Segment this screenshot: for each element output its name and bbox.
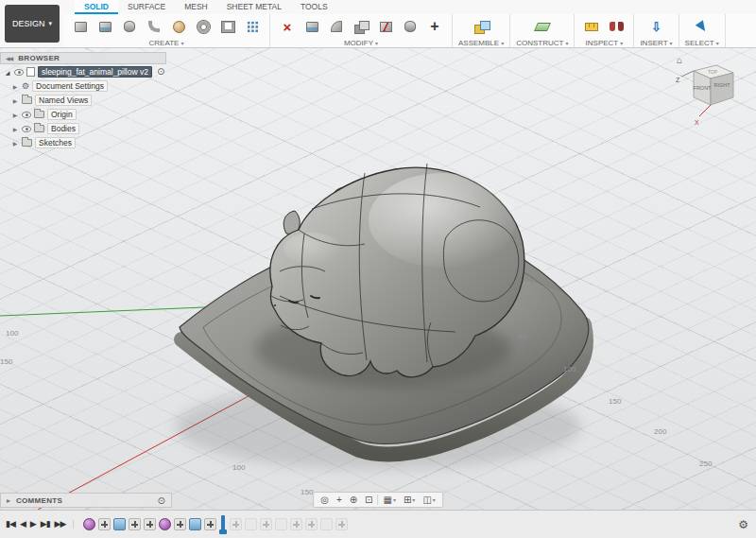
timeline-feature[interactable] <box>113 518 126 530</box>
grid-settings-button[interactable]: ⊞▾ <box>401 495 418 505</box>
browser-item-origin[interactable]: ▶ Origin <box>0 108 166 121</box>
folder-icon <box>34 125 44 132</box>
fit-button[interactable]: ⊡ <box>362 495 375 505</box>
measure-button[interactable] <box>580 16 603 38</box>
timeline-feature[interactable] <box>189 518 201 530</box>
viewports-button[interactable]: ◫▾ <box>420 495 438 505</box>
collapsed-triangle-icon[interactable]: ▶ <box>11 126 19 132</box>
timeline-feature-edit-form[interactable] <box>204 518 216 530</box>
browser-item-bodies[interactable]: ▶ Bodies <box>0 122 166 135</box>
chevron-down-icon: ▾ <box>716 40 719 46</box>
insert-button[interactable]: ⇩ <box>645 16 668 38</box>
shell-create-button[interactable] <box>216 16 239 38</box>
activate-component-radio[interactable]: ⊙ <box>157 67 164 77</box>
pattern-button[interactable] <box>241 16 264 38</box>
timeline-feature-suppressed[interactable] <box>320 518 333 530</box>
new-body-box-button[interactable] <box>69 16 92 38</box>
collapsed-triangle-icon[interactable]: ▶ <box>11 83 19 90</box>
select-group-dropdown[interactable]: SELECT ▾ <box>685 39 719 47</box>
viewcube[interactable]: ⌂ Z TOP FRONT RIGHT X <box>675 52 750 128</box>
timeline-feature-suppressed[interactable] <box>290 518 302 530</box>
pan-button[interactable]: + <box>334 495 345 505</box>
timeline-track[interactable] <box>77 515 732 533</box>
construct-group-dropdown[interactable]: CONSTRUCT ▾ <box>516 39 568 47</box>
expanded-triangle-icon[interactable]: ◢ <box>4 69 11 76</box>
collapse-browser-button[interactable]: ◀◀ <box>6 55 12 61</box>
browser-item-sketches[interactable]: ▶ Sketches <box>0 136 166 149</box>
go-to-end-button[interactable]: ▶▶ <box>55 520 66 529</box>
browser-item-label: sleeping_fat_animal_pillow v2 <box>38 66 152 78</box>
go-to-start-button[interactable]: ▮◀ <box>6 520 15 529</box>
viewcube-right-face[interactable] <box>711 73 733 105</box>
browser-item-named-views[interactable]: ▶ Named Views <box>0 94 166 107</box>
timeline-options-gear[interactable]: ⚙ <box>736 518 750 531</box>
new-component-button[interactable] <box>470 16 492 38</box>
insert-group-dropdown[interactable]: INSERT ▾ <box>640 39 672 47</box>
coil-button[interactable] <box>192 16 215 38</box>
timeline-feature-suppressed[interactable] <box>275 518 287 530</box>
ribbon-spacer <box>726 14 756 47</box>
step-forward-button[interactable]: ▶▮ <box>41 520 50 529</box>
offset-face-button[interactable] <box>399 16 421 38</box>
combine-button[interactable] <box>350 16 372 38</box>
design-workspace-menu[interactable]: DESIGN ▾ <box>5 5 60 43</box>
select-button[interactable] <box>691 16 713 38</box>
create-group-dropdown[interactable]: CREATE ▾ <box>149 39 184 47</box>
visibility-eye-icon[interactable] <box>22 126 31 132</box>
display-settings-button[interactable]: ▦▾ <box>381 495 399 505</box>
chevron-down-icon: ▾ <box>180 40 183 46</box>
fillet-button[interactable] <box>325 16 348 38</box>
viewport[interactable]: 100 150 100 150 50 100 150 200 250 ⌂ Z T… <box>0 48 756 510</box>
timeline-feature-suppressed[interactable] <box>245 518 257 530</box>
play-button[interactable]: ▶ <box>30 520 36 529</box>
comments-title: COMMENTS <box>16 496 152 505</box>
collapsed-triangle-icon[interactable]: ▶ <box>11 112 19 118</box>
orbit-button[interactable]: ◎ <box>318 495 332 505</box>
timeline-feature-edit-form[interactable] <box>129 518 141 530</box>
component-document-icon <box>26 67 35 77</box>
assemble-group-dropdown[interactable]: ASSEMBLE ▾ <box>458 39 504 47</box>
tab-mesh[interactable]: MESH <box>175 0 217 14</box>
step-back-button[interactable]: ◀ <box>20 520 26 529</box>
timeline-feature-edit-form[interactable] <box>98 518 111 530</box>
browser-item-root-component[interactable]: ◢ sleeping_fat_animal_pillow v2 ⊙ <box>0 65 166 78</box>
timeline-feature-suppressed[interactable] <box>260 518 272 530</box>
inspect-group-dropdown[interactable]: INSPECT ▾ <box>586 39 624 47</box>
collapsed-triangle-icon[interactable]: ▶ <box>11 97 19 104</box>
sweep-button[interactable] <box>143 16 165 38</box>
zoom-button[interactable]: ⊕ <box>347 495 360 505</box>
split-body-button[interactable] <box>374 16 397 38</box>
timeline-feature-form[interactable] <box>83 518 95 530</box>
toolbar-group-create: CREATE ▾ <box>63 14 270 47</box>
timeline-feature-suppressed[interactable] <box>335 518 348 530</box>
extrude-button[interactable] <box>94 16 116 38</box>
construction-plane-button[interactable] <box>531 16 554 38</box>
timeline-feature-suppressed[interactable] <box>305 518 318 530</box>
chevron-down-icon: ▾ <box>565 40 568 46</box>
browser-item-label: Named Views <box>35 95 92 106</box>
tab-surface[interactable]: SURFACE <box>118 0 175 14</box>
revolve-button[interactable] <box>118 16 141 38</box>
timeline-position-marker[interactable] <box>221 515 225 533</box>
tab-solid[interactable]: SOLID <box>75 0 118 14</box>
model-sleeping-animal-pillow[interactable] <box>175 164 595 470</box>
timeline-feature-form[interactable] <box>159 518 171 530</box>
press-pull-button[interactable] <box>301 16 323 38</box>
analysis-button[interactable] <box>605 16 627 38</box>
remove-button[interactable]: × <box>276 16 299 38</box>
timeline-feature-suppressed[interactable] <box>230 518 242 530</box>
timeline-feature-edit-form[interactable] <box>144 518 156 530</box>
collapsed-triangle-icon[interactable]: ▶ <box>11 140 19 147</box>
browser-item-document-settings[interactable]: ▶ ⚙ Document Settings <box>0 79 166 93</box>
move-copy-button[interactable]: + <box>423 16 446 38</box>
tab-sheet-metal[interactable]: SHEET METAL <box>217 0 291 14</box>
home-view-button[interactable]: ⌂ <box>677 55 682 65</box>
tab-tools[interactable]: TOOLS <box>291 0 337 14</box>
visibility-eye-icon[interactable] <box>14 69 24 76</box>
visibility-eye-icon[interactable] <box>22 112 31 118</box>
create-form-button[interactable] <box>167 16 190 38</box>
expand-comments-icon[interactable]: ▸ <box>7 496 10 505</box>
comments-panel[interactable]: ▸ COMMENTS ⊙ <box>0 493 172 508</box>
modify-group-dropdown[interactable]: MODIFY ▾ <box>344 39 378 47</box>
timeline-feature-edit-form[interactable] <box>174 518 186 530</box>
